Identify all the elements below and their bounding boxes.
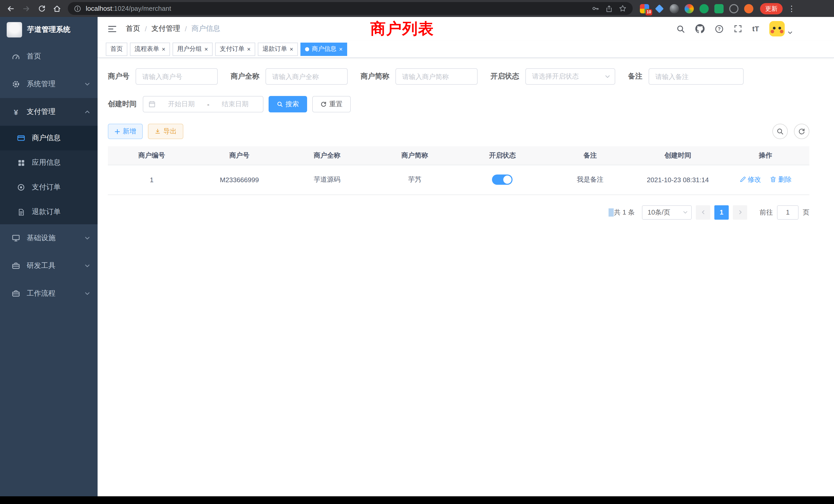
- browser-update-button[interactable]: 更新: [760, 3, 783, 14]
- sidebar-item-system[interactable]: 系统管理: [0, 70, 97, 98]
- calendar-icon: [148, 100, 156, 108]
- github-icon[interactable]: [695, 24, 705, 33]
- grid-icon: [16, 159, 27, 166]
- breadcrumb-current: 商户信息: [192, 24, 220, 33]
- remark-input[interactable]: [649, 68, 744, 85]
- user-menu[interactable]: [769, 21, 793, 37]
- sidebar-item-refund-order[interactable]: 退款订单: [0, 200, 97, 224]
- search-icon[interactable]: [676, 24, 685, 33]
- sidebar-item-payment[interactable]: ¥ 支付管理: [0, 98, 97, 126]
- goto-page-input[interactable]: [777, 205, 798, 220]
- extension-icon[interactable]: [655, 4, 664, 13]
- cell-actions: 修改 删除: [722, 165, 810, 194]
- page-size-select[interactable]: 10条/页: [642, 205, 692, 220]
- close-icon[interactable]: ×: [162, 46, 166, 52]
- chevron-down-icon: [605, 73, 611, 79]
- close-icon[interactable]: ×: [204, 46, 208, 52]
- payment-submenu: 商户信息 应用信息 支付订单: [0, 126, 97, 224]
- extensions-puzzle-icon[interactable]: 10: [640, 4, 649, 13]
- full-name-label: 商户全称: [231, 72, 259, 81]
- address-bar[interactable]: localhost:1024/pay/merchant: [68, 2, 633, 15]
- extension-icon[interactable]: [744, 4, 753, 13]
- logo-image: [7, 22, 22, 38]
- sidebar-item-label: 应用信息: [32, 158, 97, 167]
- cell-merchant-id: 1: [108, 165, 196, 194]
- search-form-row-2: 创建时间 开始日期 - 结束日期: [108, 96, 809, 112]
- tab-refund-order[interactable]: 退款订单 ×: [258, 42, 298, 56]
- export-button[interactable]: 导出: [148, 124, 183, 139]
- extension-icon[interactable]: [670, 4, 679, 13]
- sidebar-item-app-info[interactable]: 应用信息: [0, 151, 97, 175]
- trash-icon: [770, 176, 777, 183]
- chevron-down-icon: [84, 235, 90, 241]
- font-size-icon[interactable]: tT: [752, 25, 759, 33]
- help-icon[interactable]: ?: [715, 24, 724, 33]
- table-toolbar: 新增 导出: [108, 124, 809, 139]
- close-icon[interactable]: ×: [290, 46, 293, 52]
- prev-page-button[interactable]: [696, 205, 710, 220]
- sidebar-item-merchant-info[interactable]: 商户信息: [0, 126, 97, 151]
- tab-process-form[interactable]: 流程表单 ×: [130, 42, 170, 56]
- status-toggle[interactable]: [492, 175, 513, 185]
- chevron-down-icon: [84, 263, 90, 269]
- create-time-range-picker[interactable]: 开始日期 - 结束日期: [143, 96, 263, 112]
- col-header-short-name: 商户简称: [371, 146, 459, 165]
- add-button[interactable]: 新增: [108, 124, 143, 139]
- bottom-black-bar: [0, 496, 834, 504]
- page-content: 商户号 商户全称 商户简称 开启状态 请选择开启状态: [97, 58, 834, 504]
- page-number-button[interactable]: 1: [714, 205, 729, 220]
- app-logo[interactable]: 芋道管理系统: [0, 17, 97, 43]
- close-icon[interactable]: ×: [339, 46, 343, 52]
- breadcrumb-home[interactable]: 首页: [126, 24, 140, 33]
- edit-link[interactable]: 修改: [740, 175, 761, 184]
- merchant-table: 商户编号 商户号 商户全称 商户简称 开启状态 备注 创建时间 操作 1: [108, 146, 809, 195]
- browser-home-button[interactable]: [49, 1, 65, 16]
- bookmark-star-icon[interactable]: [619, 5, 627, 12]
- browser-back-button[interactable]: [3, 1, 19, 16]
- browser-reload-button[interactable]: [34, 1, 49, 16]
- password-key-icon[interactable]: [592, 5, 599, 12]
- pagination-total: 共 1 条: [614, 208, 635, 217]
- extension-icon[interactable]: [714, 4, 724, 13]
- browser-extensions: 10: [640, 4, 753, 13]
- edit-pencil-icon: [740, 176, 746, 183]
- fullscreen-icon[interactable]: [734, 25, 742, 33]
- browser-menu-icon[interactable]: ⋮: [788, 4, 795, 13]
- download-icon: [155, 128, 161, 135]
- sidebar-item-label: 研发工具: [27, 261, 84, 271]
- extension-icon[interactable]: [729, 4, 739, 13]
- share-icon[interactable]: [606, 5, 613, 12]
- extension-icon[interactable]: [699, 4, 709, 13]
- refresh-table-button[interactable]: [794, 124, 809, 139]
- full-name-input[interactable]: [265, 68, 348, 85]
- search-button[interactable]: 搜索: [269, 96, 307, 112]
- sidebar-item-home[interactable]: 首页: [0, 43, 97, 70]
- tab-user-group[interactable]: 用户分组 ×: [173, 42, 213, 56]
- tab-pay-order[interactable]: 支付订单 ×: [215, 42, 255, 56]
- status-select[interactable]: 请选择开启状态: [525, 68, 615, 85]
- sidebar-item-workflow[interactable]: 工作流程: [0, 280, 97, 307]
- sidebar-item-pay-order[interactable]: 支付订单: [0, 175, 97, 200]
- url-text: localhost:1024/pay/merchant: [86, 5, 171, 12]
- breadcrumb-separator: /: [145, 25, 147, 33]
- sidebar-item-dev-tools[interactable]: 研发工具: [0, 252, 97, 280]
- search-form-row-1: 商户号 商户全称 商户简称 开启状态 请选择开启状态: [108, 68, 809, 85]
- delete-link[interactable]: 删除: [770, 175, 792, 184]
- merchant-no-input[interactable]: [136, 68, 218, 85]
- short-name-input[interactable]: [395, 68, 478, 85]
- next-page-button[interactable]: [733, 205, 747, 220]
- reset-button[interactable]: 重置: [312, 96, 351, 112]
- toggle-search-button[interactable]: [772, 124, 788, 139]
- tab-home[interactable]: 首页: [106, 42, 127, 56]
- dashboard-icon: [10, 52, 22, 61]
- sidebar-toggle-icon[interactable]: [106, 25, 118, 32]
- site-info-icon[interactable]: [74, 5, 81, 12]
- browser-forward-button[interactable]: [19, 1, 34, 16]
- breadcrumb-payment[interactable]: 支付管理: [152, 24, 180, 33]
- close-icon[interactable]: ×: [247, 46, 250, 52]
- extension-icon[interactable]: [684, 4, 694, 13]
- sidebar-item-infrastructure[interactable]: 基础设施: [0, 224, 97, 252]
- tab-merchant-info[interactable]: 商户信息 ×: [301, 42, 347, 56]
- merchant-no-label: 商户号: [108, 72, 129, 81]
- avatar[interactable]: [769, 21, 785, 37]
